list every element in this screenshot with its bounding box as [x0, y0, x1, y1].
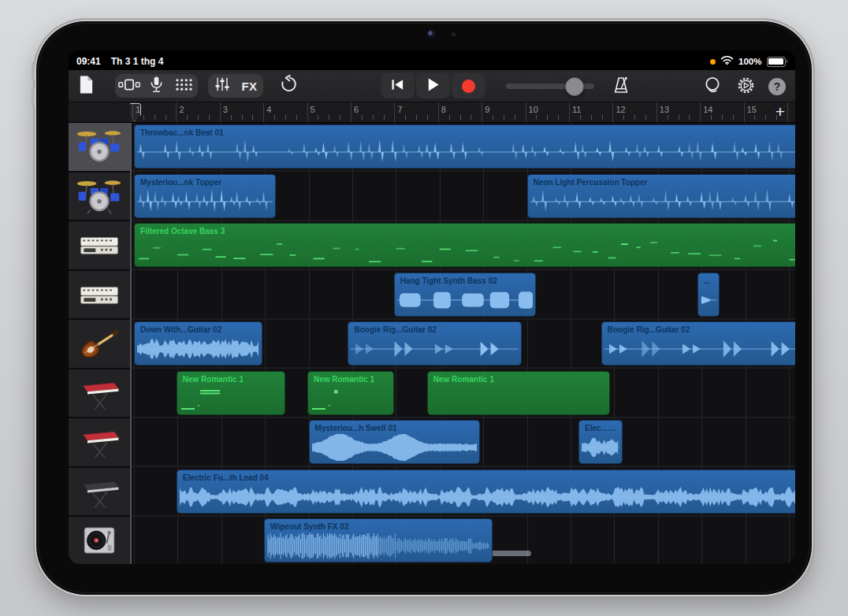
keyboard-red-icon — [76, 422, 123, 462]
track-header-synth-module[interactable] — [69, 221, 130, 271]
audio-region[interactable]: Wipeout Synth FX 02 — [264, 518, 493, 562]
view-mode-icon — [118, 78, 140, 95]
loop-browser-button[interactable] — [702, 76, 723, 97]
beat-tick — [209, 115, 210, 120]
volume-up-button — [32, 62, 35, 81]
audio-region[interactable]: Elec...d 01 — [578, 420, 623, 464]
waveform-graphic — [701, 286, 717, 314]
track-header-keyboard-red[interactable] — [69, 418, 130, 468]
beat-tick — [515, 115, 515, 120]
audio-region[interactable]: Throwbac...nk Beat 01 — [134, 124, 795, 169]
audio-region[interactable]: Boogie Rig...Guitar 02 — [348, 321, 521, 366]
volume-slider-knob[interactable] — [565, 77, 584, 96]
toolbar: FX — [69, 70, 795, 102]
measure-line — [394, 102, 395, 122]
track-header-drum-kit[interactable] — [69, 123, 130, 173]
measure-line — [220, 102, 221, 122]
fx-button[interactable]: FX — [236, 74, 263, 98]
measure-number: 11 — [572, 105, 581, 114]
record-input-button[interactable] — [143, 74, 170, 98]
skip-to-beginning-button[interactable] — [381, 73, 415, 98]
view-mode-button[interactable] — [115, 74, 143, 98]
tracks-area: Throwbac...nk Beat 01Mysteriou...nk Topp… — [69, 123, 795, 564]
measure-number: 13 — [660, 105, 669, 114]
undo-button[interactable] — [277, 74, 300, 98]
loop-browser-icon — [703, 76, 722, 98]
volume-down-button — [32, 87, 35, 106]
beat-tick — [460, 115, 461, 120]
beat-tick — [285, 115, 286, 120]
audio-region[interactable]: Down With...Guitar 02 — [134, 321, 262, 366]
track-header-column — [69, 123, 132, 564]
waveform-graphic — [311, 384, 391, 413]
region-name: Wipeout Synth FX 02 — [265, 519, 492, 531]
beat-tick — [679, 115, 679, 120]
settings-button[interactable] — [735, 76, 756, 97]
record-icon — [462, 80, 475, 93]
region-name: Electric Fu...th Lead 04 — [177, 470, 795, 482]
measure-number: 10 — [529, 105, 538, 114]
measure-number: 14 — [703, 105, 712, 114]
beat-tick — [427, 115, 428, 120]
add-measures-button[interactable]: + — [771, 102, 790, 121]
measure-line — [700, 102, 701, 122]
track-header-synth-module[interactable] — [69, 271, 130, 321]
track-header-turntable[interactable] — [69, 517, 130, 564]
measure-line — [482, 102, 482, 122]
beat-tick — [274, 115, 275, 120]
ipad-device: 09:41 Th 3 1 thg 4 100% — [0, 0, 848, 616]
track-header-drum-kit[interactable] — [69, 173, 130, 222]
region-name: Elec...d 01 — [579, 421, 622, 432]
region-name: Mysteriou...h Swell 01 — [310, 421, 479, 432]
beat-tick — [470, 115, 471, 120]
note-grid-icon — [175, 78, 193, 95]
region-name: New Romantic 1 — [177, 372, 285, 384]
metronome-icon — [612, 76, 630, 98]
audio-region[interactable]: Electric Fu...th Lead 04 — [177, 469, 795, 514]
play-button[interactable] — [416, 73, 450, 98]
audio-region[interactable]: Mysteriou...nk Topper — [134, 174, 276, 218]
track-header-keyboard-dark[interactable] — [69, 468, 130, 518]
metronome-button[interactable] — [611, 76, 631, 97]
beat-tick — [493, 115, 493, 120]
audio-region[interactable]: Neon Light Percussion Topper — [527, 174, 795, 218]
timeline-ruler[interactable]: 123456789101112131415 + — [69, 102, 795, 123]
keyboard-dark-icon — [76, 472, 123, 511]
song-browser-button[interactable] — [78, 75, 95, 98]
audio-region[interactable]: ... — [697, 273, 720, 317]
date: Th 3 1 thg 4 — [111, 56, 164, 67]
camera-sensor-dot — [452, 32, 456, 36]
measure-line — [263, 102, 264, 122]
midi-region[interactable]: New Romantic 1 — [307, 371, 394, 415]
track-header-electric-guitar[interactable] — [69, 320, 130, 369]
measure-line — [351, 102, 351, 122]
note-grid-button[interactable] — [170, 74, 198, 98]
beat-tick — [252, 115, 253, 120]
electric-guitar-icon — [76, 324, 123, 363]
midi-region[interactable]: Filtered Octave Bass 3 — [134, 223, 795, 267]
measure-number: 15 — [747, 105, 757, 114]
document-icon — [78, 75, 95, 98]
waveform-graphic — [430, 384, 607, 413]
midi-region[interactable]: New Romantic 1 — [177, 371, 286, 415]
measure-number: 3 — [223, 105, 228, 114]
midi-region[interactable]: New Romantic 1 — [427, 371, 610, 415]
beat-tick — [154, 115, 155, 120]
audio-region[interactable]: Hang Tight Synth Bass 02 — [394, 273, 536, 317]
front-camera — [426, 29, 436, 39]
battery-icon — [767, 57, 788, 67]
record-button[interactable] — [452, 73, 485, 98]
beat-tick — [504, 115, 504, 120]
audio-region[interactable]: Boogie Rig...Guitar 02 — [601, 321, 795, 366]
waveform-graphic — [180, 384, 283, 413]
track-header-keyboard-red[interactable] — [69, 369, 130, 419]
audio-region[interactable]: Mysteriou...h Swell 01 — [309, 420, 480, 464]
track-controls-button[interactable] — [208, 74, 236, 98]
beat-tick — [231, 115, 232, 120]
timeline-grid[interactable]: Throwbac...nk Beat 01Mysteriou...nk Topp… — [132, 123, 795, 564]
garageband-screen: 09:41 Th 3 1 thg 4 100% — [69, 50, 795, 564]
help-button[interactable]: ? — [768, 78, 786, 95]
beat-tick — [143, 115, 144, 120]
beat-tick — [536, 115, 537, 120]
volume-slider[interactable] — [506, 83, 594, 89]
